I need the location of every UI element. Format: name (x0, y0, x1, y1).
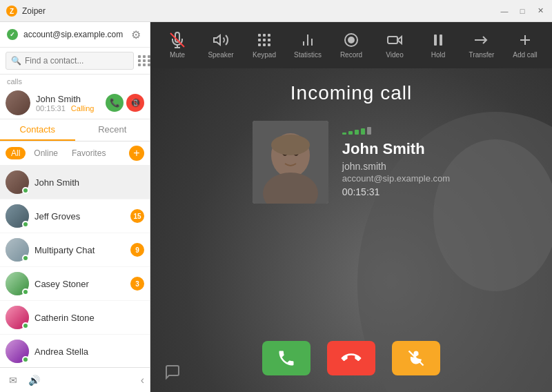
mute-incoming-button[interactable] (392, 341, 440, 375)
account-email: account@sip.example.com (23, 30, 129, 39)
window-controls: — □ ✕ (498, 5, 546, 17)
transfer-button[interactable]: Transfer (463, 28, 501, 63)
caller-duration: 00:15:31 (342, 186, 450, 197)
caller-info: John Smith john.smith account@sip.exampl… (342, 127, 450, 197)
hangup-icon: 📵 (130, 98, 141, 108)
end-call-button[interactable]: 📵 (126, 94, 144, 112)
svg-rect-12 (258, 43, 261, 46)
app-title: Zoiper (22, 6, 498, 16)
keypad-label: Keypad (253, 51, 276, 59)
account-row: account@sip.example.com ⚙ (0, 22, 150, 48)
svg-rect-23 (440, 35, 442, 46)
contact-avatar-multiparty (6, 238, 29, 262)
call-status: Calling (71, 104, 95, 112)
calls-label: calls (0, 75, 150, 87)
sidebar: account@sip.example.com ⚙ 🔍 calls (0, 22, 150, 392)
settings-icon[interactable]: ⚙ (129, 28, 143, 41)
call-toolbar: Mute Speaker Keypad (150, 22, 552, 68)
contact-name-andrea: Andrea Stella (34, 346, 144, 357)
mute-label: Mute (170, 51, 185, 59)
keypad-button[interactable]: Keypad (246, 28, 284, 63)
speaker-button[interactable]: Speaker (202, 28, 240, 63)
sidebar-bottom-bar: ✉ 🔊 ‹ (0, 367, 150, 392)
mute-icon (169, 32, 186, 48)
online-status-catherin (22, 322, 29, 329)
speaker-label: Speaker (208, 51, 233, 59)
record-button[interactable]: Record (333, 28, 371, 63)
call-panel: Mute Speaker Keypad (150, 22, 552, 392)
title-bar: Z Zoiper — □ ✕ (0, 0, 552, 22)
badge-casey: 3 (130, 277, 144, 291)
svg-text:Z: Z (10, 8, 14, 15)
svg-rect-13 (263, 43, 266, 46)
answer-call-button[interactable]: 📞 (106, 94, 124, 112)
caller-sip: account@sip.example.com (342, 173, 450, 184)
caller-photo-image (253, 121, 328, 204)
contact-avatar-jeff-groves (6, 204, 29, 228)
contact-item-jeff-groves[interactable]: Jeff Groves 15 (0, 199, 150, 233)
minimize-button[interactable]: — (498, 5, 511, 17)
search-icon: 🔍 (11, 56, 21, 66)
search-input[interactable] (25, 56, 128, 66)
online-status-casey (22, 288, 29, 295)
contact-item-andrea-stella[interactable]: Andrea Stella (0, 335, 150, 367)
maximize-button[interactable]: □ (516, 5, 529, 17)
statistics-button[interactable]: Statistics (289, 28, 327, 63)
contact-name-john-smith: John Smith (34, 177, 144, 188)
add-call-button[interactable]: Add call (506, 28, 544, 63)
active-call-item[interactable]: John Smith 00:15:31 Calling 📞 📵 (0, 87, 150, 119)
grid-dots (138, 55, 151, 66)
contact-avatar-catherin (6, 306, 29, 329)
online-status-andrea (22, 356, 29, 363)
contact-item-casey-stoner[interactable]: Casey Stoner 3 (0, 267, 150, 301)
incoming-call-content: Incoming call (150, 68, 552, 330)
signal-bar-4 (361, 128, 365, 135)
add-contact-button[interactable]: + (129, 146, 144, 161)
search-box: 🔍 (6, 52, 134, 70)
signal-bar-5 (367, 127, 371, 135)
online-status-jeff-groves (22, 221, 29, 228)
mute-incoming-icon (406, 349, 426, 368)
tab-contacts[interactable]: Contacts (0, 119, 75, 141)
call-actions: 📞 📵 (106, 94, 144, 112)
badge-multiparty: 9 (130, 243, 144, 257)
call-info: John Smith 00:15:31 Calling (36, 94, 106, 112)
action-buttons (150, 330, 552, 392)
filter-all[interactable]: All (6, 147, 26, 159)
caller-card: John Smith john.smith account@sip.exampl… (239, 121, 464, 204)
caller-name: John Smith (342, 140, 450, 158)
video-icon (386, 32, 403, 48)
svg-marker-5 (214, 35, 220, 45)
add-call-label: Add call (513, 51, 538, 59)
signal-bar-2 (348, 131, 353, 135)
volume-icon[interactable]: 🔊 (26, 373, 41, 388)
contact-item-catherin-stone[interactable]: Catherin Stone (0, 301, 150, 335)
transfer-icon (473, 32, 490, 48)
svg-rect-8 (268, 34, 270, 37)
hold-icon (430, 32, 446, 48)
svg-point-32 (271, 135, 310, 155)
contacts-tabs: Contacts Recent (0, 119, 150, 141)
filter-favorites[interactable]: Favorites (66, 147, 111, 159)
close-button[interactable]: ✕ (534, 5, 546, 17)
decline-button[interactable] (327, 341, 375, 375)
answer-button[interactable] (262, 341, 310, 375)
hold-label: Hold (431, 51, 446, 59)
mute-button[interactable]: Mute (159, 28, 197, 63)
contact-item-john-smith[interactable]: John Smith (0, 166, 150, 199)
svg-rect-6 (258, 34, 261, 37)
collapse-icon[interactable]: ‹ (141, 374, 144, 386)
contact-avatar-andrea (6, 340, 29, 363)
grid-view-icon[interactable] (138, 52, 151, 69)
svg-rect-9 (258, 39, 261, 41)
video-button[interactable]: Video (376, 28, 414, 63)
chat-icon[interactable] (164, 364, 181, 384)
answer-phone-icon (277, 349, 296, 368)
mail-icon[interactable]: ✉ (6, 373, 21, 388)
contact-name-jeff-groves: Jeff Groves (34, 211, 130, 222)
tab-recent[interactable]: Recent (75, 119, 150, 141)
hold-button[interactable]: Hold (420, 28, 457, 63)
filter-online[interactable]: Online (28, 147, 63, 159)
contact-avatar-john-smith (6, 170, 29, 194)
contact-item-multiparty-chat[interactable]: Multiparty Chat 9 (0, 233, 150, 267)
